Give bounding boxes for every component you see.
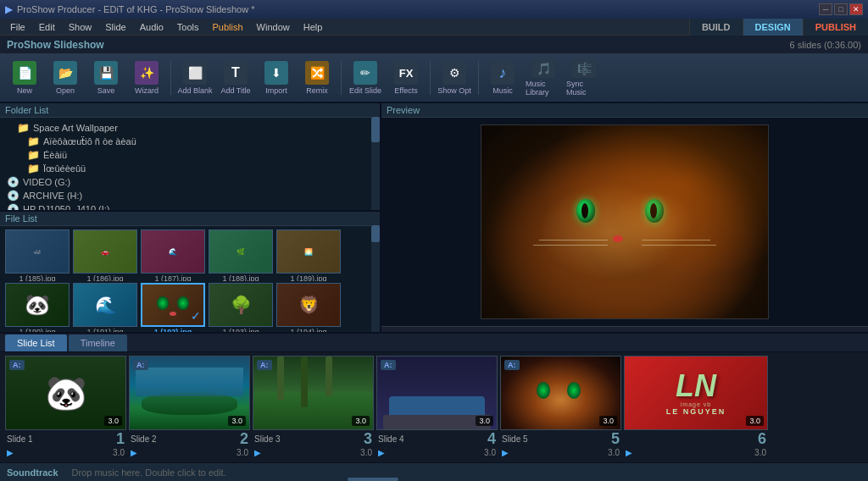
tab-slide-list[interactable]: Slide List	[5, 334, 67, 351]
file-thumb-193[interactable]: 🌳 1 (193).jpg	[209, 283, 273, 333]
save-button[interactable]: 💾 Save	[86, 58, 125, 98]
folder-item[interactable]: 💿 ARCHIVE (H:)	[3, 189, 376, 202]
menu-tools[interactable]: Tools	[170, 20, 206, 34]
tab-publish[interactable]: PUBLISH	[803, 19, 868, 36]
slide-duration-top: 3.0	[746, 416, 764, 426]
save-label: Save	[97, 86, 115, 95]
folder-list-panel: Folder List 📁 Space Art Wallpaper 📁 Aïèô…	[0, 103, 380, 212]
scroll-thumb[interactable]	[371, 117, 380, 142]
music-icon: ♪	[491, 61, 515, 85]
slide-play-btn[interactable]: ▶	[626, 448, 632, 457]
minimize-button[interactable]: ─	[819, 3, 832, 15]
show-opt-button[interactable]: ⚙ Show Opt	[435, 58, 474, 98]
slide-play-btn[interactable]: ▶	[378, 448, 385, 457]
slide-play-btn[interactable]: ▶	[502, 448, 509, 457]
slide-number: 6	[758, 431, 766, 446]
file-thumb-190[interactable]: 🐼 1 (190).jpg	[5, 283, 70, 333]
slide-number: 4	[487, 431, 496, 446]
file-thumb-188[interactable]: 🌿 1 (188).jpg	[209, 229, 273, 281]
edit-slide-button[interactable]: ✏ Edit Slide	[346, 58, 385, 98]
app-header: ProShow Slideshow 6 slides (0:36.00)	[0, 36, 868, 54]
import-button[interactable]: ⬇ Import	[257, 58, 296, 98]
music-button[interactable]: ♪ Music	[483, 58, 522, 98]
slide-play-btn[interactable]: ▶	[254, 448, 261, 457]
remix-label: Remix	[306, 86, 328, 95]
file-thumb-label: 1 (186).jpg	[86, 274, 123, 281]
tab-build[interactable]: BUILD	[689, 19, 743, 36]
file-thumb-191[interactable]: 🌊 1 (191).jpg	[73, 283, 137, 333]
menu-show[interactable]: Show	[62, 20, 99, 34]
menu-audio[interactable]: Audio	[133, 20, 170, 34]
watermark-text1: image vb	[681, 401, 711, 407]
slide-duration-top: 3.0	[476, 416, 493, 426]
preview-image-area	[381, 118, 868, 326]
slide-item-1[interactable]: 🐼 A: 3.0 Slide 1 1 ▶ 3.0	[5, 356, 126, 459]
file-thumb-185[interactable]: 🏎 1 (185).jpg	[5, 229, 70, 281]
folder-item[interactable]: 📁 Éèàiü	[3, 148, 376, 162]
wizard-button[interactable]: ✨ Wizard	[127, 58, 166, 98]
remix-button[interactable]: 🔀 Remix	[298, 58, 337, 98]
open-button[interactable]: 📂 Open	[46, 58, 85, 98]
h-scroll-thumb[interactable]	[348, 478, 398, 481]
file-thumb-187[interactable]: 🌊 1 (187).jpg	[141, 229, 205, 281]
file-thumb-186[interactable]: 🚗 1 (186).jpg	[73, 229, 137, 281]
add-title-icon: T	[224, 61, 248, 85]
slide-a-badge: A:	[381, 360, 396, 370]
maximize-button[interactable]: □	[834, 3, 848, 15]
menu-edit[interactable]: Edit	[32, 20, 62, 34]
sync-music-label: Sync Music	[566, 80, 602, 97]
separator-4	[478, 61, 479, 95]
wizard-label: Wizard	[135, 86, 159, 95]
menu-slide[interactable]: Slide	[98, 20, 132, 34]
music-label: Music	[492, 86, 513, 95]
menu-help[interactable]: Help	[297, 20, 330, 34]
folder-item[interactable]: 📁 Aïèôàœuẗiô ñ òe àèaü	[3, 135, 376, 148]
new-icon: 📄	[13, 61, 36, 85]
menu-publish[interactable]: Publish	[206, 20, 250, 34]
add-blank-icon: ⬜	[183, 61, 207, 85]
effects-button[interactable]: FX Effects	[387, 58, 426, 98]
file-thumb-label: 1 (187).jpg	[154, 274, 191, 281]
close-button[interactable]: ✕	[849, 3, 863, 15]
file-scroll-track[interactable]	[371, 225, 380, 332]
folder-item[interactable]: 💿 HP DJ1050_J410 (I:)	[3, 202, 376, 212]
file-thumb-189[interactable]: 🌅 1 (189).jpg	[276, 229, 341, 281]
slide-duration-bottom: 3.0	[236, 448, 248, 457]
scroll-track[interactable]	[371, 117, 380, 212]
tab-timeline[interactable]: Timeline	[69, 334, 127, 351]
music-library-button[interactable]: 🎵 Music Library	[524, 58, 563, 98]
folder-item[interactable]: 📁 Space Art Wallpaper	[3, 121, 376, 135]
new-button[interactable]: 📄 New	[5, 58, 44, 98]
preview-panel: Preview	[381, 103, 868, 332]
add-blank-button[interactable]: ⬜ Add Blank	[175, 58, 214, 98]
separator-2	[341, 61, 342, 95]
slide-item-6[interactable]: LN image vb LE NGUYEN 3.0 6 ▶ 3.0	[624, 356, 768, 459]
slide-tabs: Slide List Timeline	[0, 334, 868, 352]
menu-window[interactable]: Window	[250, 20, 297, 34]
slide-play-btn[interactable]: ▶	[131, 448, 137, 457]
slide-play-btn[interactable]: ▶	[7, 448, 14, 457]
file-scroll-thumb[interactable]	[371, 225, 380, 242]
tab-design[interactable]: DESIGN	[743, 19, 803, 36]
h-scroll-track[interactable]	[0, 478, 868, 481]
slide-item-5[interactable]: A: 3.0 Slide 5 5 ▶ 3.0	[500, 356, 621, 459]
drive-icon: 💿	[7, 203, 19, 212]
folder-tree: 📁 Space Art Wallpaper 📁 Aïèôàœuẗiô ñ òe…	[0, 118, 380, 212]
slide-label: Slide 4	[378, 434, 404, 444]
file-thumb-194[interactable]: 🦁 1 (194).jpg	[276, 283, 341, 333]
slide-item-2[interactable]: A: 3.0 Slide 2 2 ▶ 3.0	[129, 356, 250, 459]
folder-item[interactable]: 📁 Ïœûéèeûü	[3, 162, 376, 175]
folder-label: Space Art Wallpaper	[33, 123, 118, 133]
menu-file[interactable]: File	[3, 20, 32, 34]
slide-item-4[interactable]: A: 3.0 Slide 4 4 ▶ 3.0	[376, 356, 498, 459]
sync-music-button[interactable]: 🎼 Sync Music	[565, 58, 604, 98]
slide-number: 1	[116, 431, 125, 446]
folder-item[interactable]: 💿 VIDEO (G:)	[3, 175, 376, 189]
add-title-button[interactable]: T Add Title	[216, 58, 255, 98]
slide-duration-bottom: 3.0	[754, 448, 766, 457]
preview-header: Preview	[381, 103, 868, 118]
file-thumb-192[interactable]: ✓ 1 (192).jpg	[141, 283, 205, 333]
slide-item-3[interactable]: A: 3.0 Slide 3 3 ▶ 3.0	[253, 356, 374, 459]
left-panel: Folder List 📁 Space Art Wallpaper 📁 Aïèô…	[0, 103, 381, 332]
slide-a-badge: A:	[133, 360, 148, 370]
